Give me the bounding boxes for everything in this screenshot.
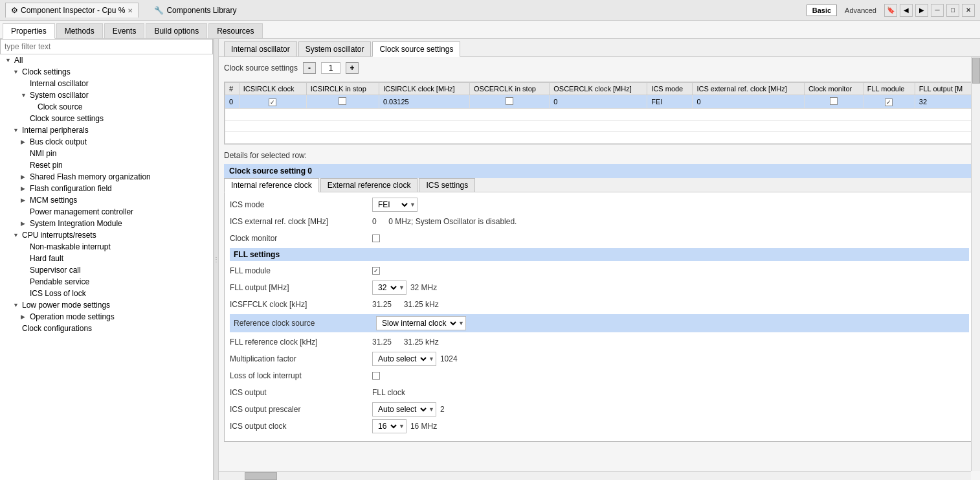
tree-op-mode[interactable]: Operation mode settings [0,311,213,323]
ics-clock-select[interactable]: 1684 [374,420,399,432]
icsirclk-stop-checkbox[interactable] [339,97,346,105]
all-label: All [14,56,23,65]
fll-settings-label: FLL settings [234,250,280,259]
sub-tabs-bar: Internal reference clock External refere… [224,178,975,192]
ics-mode-dropdown[interactable]: FEIFBIBLPIFEEFBEBLPE ▼ [372,198,418,212]
tree-supervisor-call[interactable]: Supervisor call [0,264,213,276]
tree-reset-pin[interactable]: Reset pin [0,159,213,171]
fll-output-dropdown[interactable]: 324864 ▼ [372,280,406,295]
components-library-tab[interactable]: 🔧 Components Library [149,3,241,17]
mult-factor-select[interactable]: Auto selectManual [374,353,429,365]
subtab-internal-ref[interactable]: Internal reference clock [224,178,319,192]
tab-events[interactable]: Events [104,23,145,38]
tree-item-label: Operation mode settings [30,312,115,321]
tab-resources[interactable]: Resources [208,23,262,38]
tree-internal-peripherals[interactable]: Internal peripherals [0,124,213,136]
fll-output-select[interactable]: 324864 [374,282,399,293]
fll-output-note: 32 MHz [410,283,437,292]
css-plus-button[interactable]: + [346,62,359,74]
tree-item-label: Flash configuration field [30,184,112,193]
tree-clock-source[interactable]: Clock source [0,101,213,113]
ics-prescaler-dropdown[interactable]: Auto select12 ▼ [372,402,436,417]
loss-of-lock-row: Loss of lock interrupt [230,369,969,383]
close-tab-icon[interactable]: ✕ [128,7,133,14]
subtab-ics-settings[interactable]: ICS settings [419,178,475,192]
tab-internal-oscillator[interactable]: Internal oscillator [224,41,297,56]
tree-mcm-settings[interactable]: MCM settings [0,194,213,206]
tab-system-oscillator[interactable]: System oscillator [298,41,372,56]
css-title: Clock source settings [224,63,298,73]
icsffclk-label: ICSFFCLK clock [kHz] [230,300,372,309]
tree-shared-flash[interactable]: Shared Flash memory organization [0,171,213,183]
back-button[interactable]: ◀ [900,4,913,17]
right-panel: Internal oscillator System oscillator Cl… [219,39,980,480]
horiz-scroll-thumb[interactable] [245,472,277,480]
comp-lib-label: Components Library [166,6,236,15]
ref-clock-dropdown[interactable]: Slow internal clockExternal reference ▼ [376,316,466,330]
tree-item-label: System oscillator [30,91,89,100]
tree-nmi-pin[interactable]: NMI pin [0,148,213,159]
tree-item-label: Internal peripherals [22,126,89,135]
tree-all[interactable]: All [0,54,213,66]
icsffclk-row: ICSFFCLK clock [kHz] 31.25 31.25 kHz [230,297,969,312]
tab-build-options[interactable]: Build options [146,23,207,38]
advanced-button[interactable]: Advanced [840,5,882,16]
icsirclk-checkbox[interactable] [269,98,276,106]
tree-internal-oscillator[interactable]: Internal oscillator [0,78,213,89]
tree-system-integration[interactable]: System Integration Module [0,218,213,229]
icsffclk-value: 31.25 [372,300,392,309]
tree-hard-fault[interactable]: Hard fault [0,253,213,264]
basic-button[interactable]: Basic [807,5,837,16]
ics-prescaler-select[interactable]: Auto select12 [374,404,429,415]
ics-output-row: ICS output FLL clock [230,385,969,400]
css-header: Clock source settings - 1 + [224,62,975,74]
tree-clock-source-settings[interactable]: Clock source settings [0,113,213,124]
tab-methods[interactable]: Methods [56,23,103,38]
col-icsirclk-mhz: ICSIRCLK clock [MHz] [379,83,469,95]
filter-input[interactable] [0,39,213,54]
right-scrollbar[interactable] [971,57,980,471]
tree-flash-config[interactable]: Flash configuration field [0,183,213,194]
minimize-button[interactable]: ─ [931,4,944,17]
clock-monitor-checkbox[interactable] [372,234,380,242]
tab-clock-source-settings[interactable]: Clock source settings [372,41,460,57]
forward-button[interactable]: ▶ [915,4,928,17]
tree-pendable-service[interactable]: Pendable service [0,276,213,288]
cell-icsirclk-mhz: 0.03125 [379,95,469,109]
ics-mode-control: FEIFBIBLPIFEEFBEBLPE ▼ [372,198,969,212]
tree-power-management[interactable]: Power management controller [0,206,213,218]
tree-non-maskable[interactable]: Non-maskable interrupt [0,241,213,253]
tree-bus-clock-output[interactable]: Bus clock output [0,136,213,148]
tree-clock-settings[interactable]: Clock settings [0,66,213,78]
tree-ics-loss[interactable]: ICS Loss of lock [0,288,213,299]
flash-cfg-arrow [21,185,27,192]
tree-low-power[interactable]: Low power mode settings [0,299,213,311]
cell-fll-out: 32 [915,95,974,109]
tree-system-oscillator[interactable]: System oscillator [0,89,213,101]
loss-of-lock-checkbox[interactable] [372,372,380,380]
fll-mod-checkbox[interactable] [885,98,893,106]
fll-ref-clock-control: 31.25 31.25 kHz [372,337,969,347]
ics-clock-dropdown[interactable]: 1684 ▼ [372,419,406,433]
mult-factor-dropdown[interactable]: Auto selectManual ▼ [372,352,436,366]
tree-cpu-interrupts[interactable]: CPU interrupts/resets [0,229,213,241]
clk-mon-checkbox[interactable] [830,97,838,105]
css-minus-button[interactable]: - [303,62,316,74]
close-window-button[interactable]: ✕ [962,4,975,17]
fll-module-checkbox[interactable] [372,267,380,275]
ics-mode-select[interactable]: FEIFBIBLPIFEEFBEBLPE [374,199,410,211]
oscerclk-stop-checkbox[interactable] [506,97,513,105]
tree-clock-configs[interactable]: Clock configurations [0,323,213,334]
subtab-external-ref[interactable]: External reference clock [320,178,418,192]
col-fll-out: FLL output [M [915,83,974,95]
ref-clock-select[interactable]: Slow internal clockExternal reference [378,317,458,329]
table-row[interactable]: 0 0.03125 0 FEI 0 32 [225,95,974,109]
maximize-button[interactable]: □ [946,4,959,17]
ics-prescaler-arrow-icon: ▼ [429,406,434,413]
panel-splitter[interactable]: ⋮ [214,39,219,480]
bookmark-button[interactable]: 🔖 [884,4,897,17]
tab-properties[interactable]: Properties [3,23,55,39]
scroll-thumb[interactable] [972,58,980,84]
bottom-scrollbar[interactable] [219,471,971,480]
component-inspector-tab[interactable]: ⚙ Component Inspector - Cpu % ✕ [5,3,139,17]
